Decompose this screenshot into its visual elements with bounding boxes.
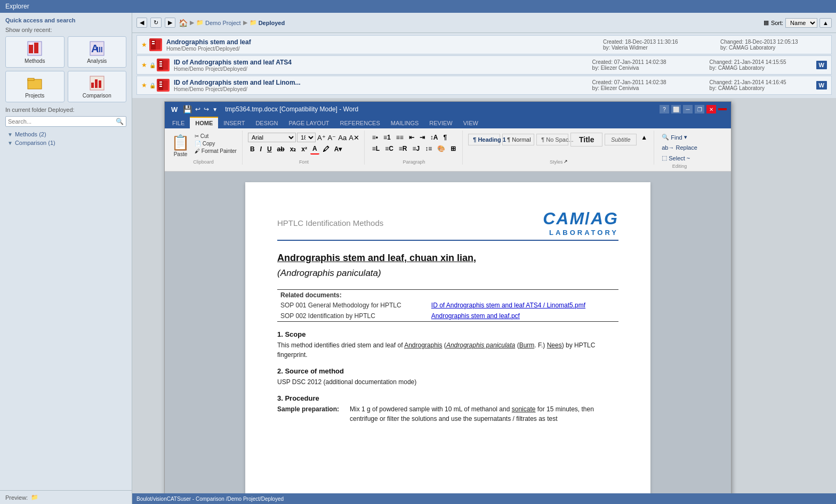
sort-select[interactable]: Name Date Size xyxy=(785,18,817,28)
tab-home[interactable]: HOME xyxy=(190,117,218,128)
word-doc-area[interactable]: HPTLC Identification Methods CAM/AG LABO… xyxy=(165,172,731,494)
style-subtitle[interactable]: Subtitle xyxy=(605,134,637,145)
cut-button[interactable]: ✂ Cut xyxy=(194,133,238,140)
tab-file[interactable]: FILE xyxy=(167,117,190,128)
quick-icon-analysis[interactable]: A III Analysis xyxy=(68,36,127,68)
italic-button[interactable]: I xyxy=(258,144,264,154)
breadcrumb-home[interactable]: 🏠 xyxy=(179,19,188,27)
word-close-button[interactable]: ✕ xyxy=(706,105,716,113)
editing-buttons: 🔍 Find ▾ ab→ Replace ⬚ Select ~ xyxy=(660,133,700,162)
word-customize[interactable]: ▼ xyxy=(212,107,218,112)
camag-text: CAM/AG xyxy=(543,209,618,229)
style-heading1[interactable]: ¶ Heading 1 xyxy=(468,134,500,145)
clear-format-btn[interactable]: A✕ xyxy=(348,133,360,142)
select-button[interactable]: ⬚ Select ~ xyxy=(660,153,700,162)
related-doc-left-2: SOP 002 Identification by HPTLC xyxy=(277,311,428,322)
word-redo[interactable]: ↪ xyxy=(204,105,209,113)
multilevel-btn[interactable]: ≡≡ xyxy=(394,133,406,142)
folder-item-comparison[interactable]: ▼ Comparison (1) xyxy=(5,139,126,147)
word-restore-button[interactable]: ❐ xyxy=(695,105,704,113)
paste-button[interactable]: 📋 Paste xyxy=(169,133,192,158)
search-button[interactable]: 🔍 xyxy=(116,118,124,125)
superscript-button[interactable]: x² xyxy=(299,144,309,154)
word-quick-save[interactable]: 💾 xyxy=(183,105,192,113)
format-painter-button[interactable]: 🖌 Format Painter xyxy=(194,148,238,155)
forward-button[interactable]: ▶ xyxy=(165,18,175,28)
file-changed-by-3: by: CAMAG Laboratory xyxy=(710,85,816,91)
line-spacing-btn[interactable]: ↕≡ xyxy=(423,144,434,153)
font-name-select[interactable]: Arial Times New Roman Calibri xyxy=(248,133,296,142)
folder-icon-demo: 📁 xyxy=(196,19,204,26)
font-size-increase[interactable]: A⁺ xyxy=(317,133,326,142)
file-item-3[interactable]: ★ 🔒 ID of Andrographis stem and leaf Lin… xyxy=(136,76,832,95)
file-item-2[interactable]: ★ 🔒 ID of Andrographis stem and leaf ATS… xyxy=(136,55,832,75)
clipboard-small-buttons: ✂ Cut 📄 Copy 🖌 Format Painter xyxy=(194,133,238,155)
font-size-select[interactable]: 18 12 14 xyxy=(297,133,316,142)
file-word-badge-3: W xyxy=(816,81,827,90)
font-color-btn[interactable]: A▾ xyxy=(332,144,344,154)
word-title-controls: ? ⬜ ─ ❐ ✕ xyxy=(660,105,727,113)
search-input[interactable] xyxy=(8,118,116,125)
shading-btn[interactable]: 🎨 xyxy=(435,144,447,153)
breadcrumb-deployed[interactable]: 📁 Deployed xyxy=(250,19,285,26)
folder-item-methods[interactable]: ▼ Methods (2) xyxy=(5,130,126,139)
find-button[interactable]: 🔍 Find ▾ xyxy=(660,133,700,142)
word-help-button[interactable]: ? xyxy=(660,105,669,113)
file-info-3: ID of Andrographis stem and leaf Linom..… xyxy=(174,79,582,92)
tab-page-layout[interactable]: PAGE LAYOUT xyxy=(284,117,335,128)
style-title[interactable]: Title xyxy=(570,133,602,147)
style-normal[interactable]: ¶ Normal xyxy=(502,134,534,145)
increase-indent-btn[interactable]: ⇥ xyxy=(417,133,427,142)
word-minimize-button[interactable]: ─ xyxy=(683,105,693,113)
back-button[interactable]: ◀ xyxy=(136,18,147,28)
file-item-1[interactable]: ★ Andrographis stem and leaf Home/Demo P… xyxy=(136,35,832,54)
align-left-btn[interactable]: ≡L xyxy=(370,144,382,153)
preview-folder-icon: 📁 xyxy=(31,494,38,501)
sort-btn[interactable]: ↕A xyxy=(428,133,440,142)
bold-button[interactable]: B xyxy=(248,144,257,154)
quick-icon-comparison[interactable]: Comparison xyxy=(68,71,127,102)
explorer-title: Explorer xyxy=(5,3,29,10)
quick-icon-methods[interactable]: Methods xyxy=(5,36,65,68)
subscript-button[interactable]: x₂ xyxy=(288,144,299,154)
main-layout: Quick access and search Show only recent… xyxy=(0,13,836,504)
quick-icon-projects[interactable]: Projects xyxy=(5,71,65,102)
word-ribbon-toggle[interactable]: ⬜ xyxy=(671,105,681,113)
refresh-button[interactable]: ↻ xyxy=(150,18,162,28)
strikethrough-button[interactable]: ab xyxy=(275,144,287,154)
sort-order-btn[interactable]: ▲ xyxy=(819,18,832,28)
tab-insert[interactable]: INSERT xyxy=(218,117,250,128)
decrease-indent-btn[interactable]: ⇤ xyxy=(407,133,416,142)
show-marks-btn[interactable]: ¶ xyxy=(441,133,449,142)
highlight-btn[interactable]: 🖍 xyxy=(320,144,331,154)
word-logo-icon: W xyxy=(169,105,180,114)
borders-btn[interactable]: ⊞ xyxy=(448,144,458,153)
align-center-btn[interactable]: ≡C xyxy=(383,144,396,153)
file-path-3: Home/Demo Project/Deployed/ xyxy=(174,86,582,92)
word-page: HPTLC Identification Methods CAM/AG LABO… xyxy=(245,182,650,494)
justify-btn[interactable]: ≡J xyxy=(411,144,422,153)
font-size-decrease[interactable]: A⁻ xyxy=(327,133,337,142)
tab-design[interactable]: DESIGN xyxy=(250,117,283,128)
font-case-btn[interactable]: Aa xyxy=(337,133,347,142)
text-color-btn[interactable]: A xyxy=(310,144,319,155)
numbering-btn[interactable]: ≡1 xyxy=(381,133,393,142)
style-nospace[interactable]: ¶ No Spac... xyxy=(536,134,568,145)
tab-references[interactable]: REFERENCES xyxy=(335,117,385,128)
word-undo[interactable]: ↩ xyxy=(195,105,200,113)
bullets-btn[interactable]: ≡• xyxy=(370,133,380,142)
copy-button[interactable]: 📄 Copy xyxy=(194,140,238,147)
tab-mailings[interactable]: MAILINGS xyxy=(385,117,424,128)
search-bar[interactable]: 🔍 xyxy=(5,116,126,127)
breadcrumb-demo[interactable]: 📁 Demo Project xyxy=(196,19,241,26)
replace-button[interactable]: ab→ Replace xyxy=(660,143,700,152)
svg-rect-21 xyxy=(159,66,162,67)
styles-scroll-up[interactable]: ▲ xyxy=(639,133,649,142)
align-right-btn[interactable]: ≡R xyxy=(397,144,409,153)
tab-review[interactable]: REVIEW xyxy=(424,117,457,128)
tab-view[interactable]: VIEW xyxy=(458,117,484,128)
file-path-1: Home/Demo Project/Deployed/ xyxy=(166,46,592,52)
file-created-3: Created: 07-Jan-2011 14:02:38 xyxy=(592,79,699,85)
underline-button[interactable]: U xyxy=(265,144,274,154)
styles-dialog-btn[interactable]: ↗ xyxy=(564,159,568,164)
